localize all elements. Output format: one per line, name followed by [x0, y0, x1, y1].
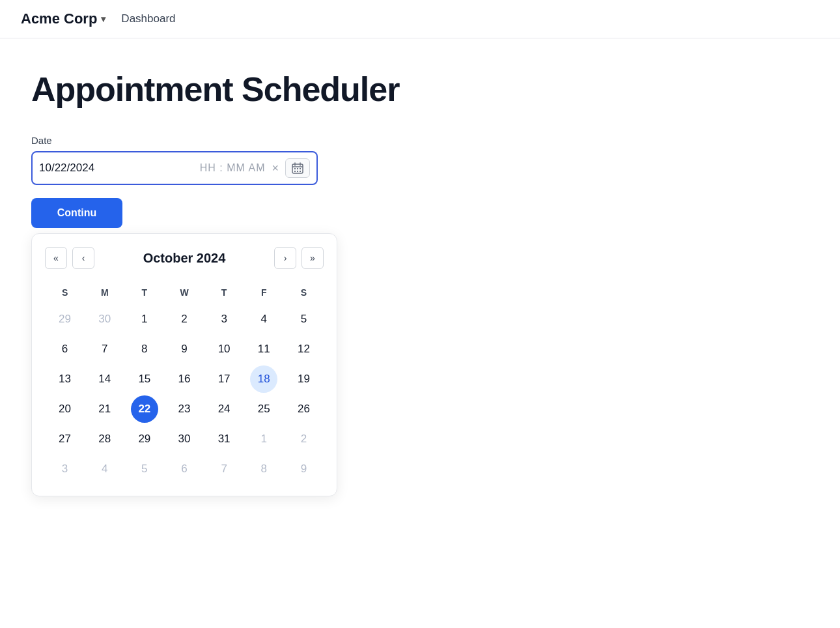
- calendar-day[interactable]: 27: [51, 425, 79, 453]
- calendar-day[interactable]: 7: [91, 335, 119, 363]
- date-field-group: Date HH : MM AM ×: [31, 135, 809, 185]
- calendar-day[interactable]: 22: [131, 395, 158, 423]
- calendar-day[interactable]: 30: [171, 425, 198, 453]
- svg-rect-8: [297, 171, 298, 172]
- clear-button[interactable]: ×: [270, 162, 280, 174]
- day-of-week-header: S: [284, 282, 324, 303]
- calendar-day[interactable]: 1: [131, 306, 158, 333]
- calendar-day: 8: [250, 455, 277, 483]
- chevron-down-icon: ▾: [101, 14, 105, 24]
- calendar-icon: [291, 162, 304, 175]
- calendar-day[interactable]: 8: [131, 335, 158, 363]
- day-of-week-header: W: [164, 282, 204, 303]
- next-year-button[interactable]: »: [301, 247, 324, 269]
- calendar-day[interactable]: 5: [290, 306, 317, 333]
- prev-month-button[interactable]: ‹: [72, 247, 94, 269]
- brand[interactable]: Acme Corp ▾: [21, 10, 105, 27]
- calendar-day: 30: [91, 306, 119, 333]
- calendar-day[interactable]: 14: [91, 365, 119, 393]
- calendar-day: 9: [290, 455, 317, 483]
- calendar-day[interactable]: 11: [250, 335, 277, 363]
- day-of-week-header: T: [124, 282, 164, 303]
- calendar-day[interactable]: 3: [210, 306, 238, 333]
- continue-button[interactable]: Continu: [31, 198, 122, 228]
- calendar-day[interactable]: 4: [250, 306, 277, 333]
- calendar-day: 3: [51, 455, 79, 483]
- calendar-day[interactable]: 20: [51, 395, 79, 423]
- calendar-header: « ‹ October 2024 › »: [45, 247, 324, 269]
- time-placeholder: HH : MM AM: [200, 162, 266, 174]
- day-of-week-header: F: [244, 282, 284, 303]
- calendar-day[interactable]: 31: [210, 425, 238, 453]
- calendar-day[interactable]: 2: [171, 306, 198, 333]
- calendar-day[interactable]: 12: [290, 335, 317, 363]
- calendar-day[interactable]: 24: [210, 395, 238, 423]
- calendar-day[interactable]: 10: [210, 335, 238, 363]
- next-month-button[interactable]: ›: [274, 247, 296, 269]
- calendar-day[interactable]: 13: [51, 365, 79, 393]
- calendar-day[interactable]: 16: [171, 365, 198, 393]
- svg-rect-5: [297, 168, 298, 169]
- calendar-dow-row: SMTWTFS293012345678910111213141516171819…: [45, 282, 324, 483]
- calendar-day: 6: [171, 455, 198, 483]
- day-of-week-header: M: [85, 282, 124, 303]
- svg-rect-4: [294, 168, 296, 169]
- calendar-day: 7: [210, 455, 238, 483]
- top-nav: Acme Corp ▾ Dashboard: [0, 0, 840, 38]
- calendar-day: 4: [91, 455, 119, 483]
- date-input[interactable]: [39, 162, 195, 175]
- calendar-day[interactable]: 18: [250, 365, 277, 393]
- page-content: Appointment Scheduler Date HH : MM AM ×: [0, 38, 840, 517]
- calendar-toggle-button[interactable]: [285, 158, 310, 178]
- calendar-dropdown: « ‹ October 2024 › » SMTWTFS293012345678…: [31, 233, 337, 496]
- calendar-day[interactable]: 23: [171, 395, 198, 423]
- day-of-week-header: T: [204, 282, 244, 303]
- calendar-day[interactable]: 21: [91, 395, 119, 423]
- calendar-day[interactable]: 19: [290, 365, 317, 393]
- nav-dashboard-link[interactable]: Dashboard: [121, 12, 175, 25]
- prev-year-button[interactable]: «: [45, 247, 67, 269]
- calendar-month-title: October 2024: [100, 251, 269, 266]
- calendar-day[interactable]: 15: [131, 365, 158, 393]
- calendar-day: 29: [51, 306, 79, 333]
- calendar-day: 5: [131, 455, 158, 483]
- date-label: Date: [31, 135, 809, 146]
- calendar-day[interactable]: 28: [91, 425, 119, 453]
- calendar-day[interactable]: 6: [51, 335, 79, 363]
- calendar-day: 2: [290, 425, 317, 453]
- day-of-week-header: S: [45, 282, 85, 303]
- calendar-day[interactable]: 17: [210, 365, 238, 393]
- svg-rect-7: [294, 171, 296, 172]
- calendar-day: 1: [250, 425, 277, 453]
- calendar-day[interactable]: 26: [290, 395, 317, 423]
- calendar-day[interactable]: 25: [250, 395, 277, 423]
- svg-rect-6: [300, 168, 301, 169]
- date-input-wrapper: HH : MM AM ×: [31, 151, 318, 185]
- calendar-day[interactable]: 9: [171, 335, 198, 363]
- brand-name: Acme Corp: [21, 10, 97, 27]
- svg-rect-9: [300, 171, 301, 172]
- page-title: Appointment Scheduler: [31, 70, 809, 109]
- calendar-day[interactable]: 29: [131, 425, 158, 453]
